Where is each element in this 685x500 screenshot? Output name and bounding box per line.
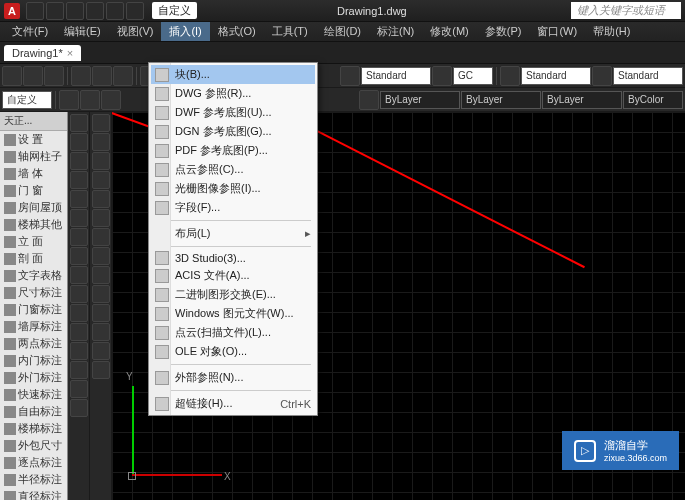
palette-item[interactable]: 墙 体 — [0, 165, 67, 182]
point-icon[interactable] — [70, 285, 88, 303]
palette-item[interactable]: 门 窗 — [0, 182, 67, 199]
palette-item[interactable]: 轴网柱子 — [0, 148, 67, 165]
tb-copy-icon[interactable] — [92, 66, 112, 86]
menu-view[interactable]: 视图(V) — [109, 22, 162, 41]
palette-item[interactable]: 半径标注 — [0, 471, 67, 488]
mleader-dropdown[interactable]: Standard — [613, 67, 683, 85]
menu-edit[interactable]: 编辑(E) — [56, 22, 109, 41]
tablestyle-dropdown[interactable]: Standard — [521, 67, 591, 85]
qat-undo-icon[interactable] — [86, 2, 104, 20]
palette-item[interactable]: 快速标注 — [0, 386, 67, 403]
ray-icon[interactable] — [70, 399, 88, 417]
menu-dimension[interactable]: 标注(N) — [369, 22, 422, 41]
palette-item[interactable]: 墙厚标注 — [0, 318, 67, 335]
palette-item[interactable]: 自由标注 — [0, 403, 67, 420]
tb-b-icon[interactable] — [80, 90, 100, 110]
menu-item[interactable]: 字段(F)... — [151, 198, 315, 217]
stretch-icon[interactable] — [92, 361, 110, 379]
rect-icon[interactable] — [70, 190, 88, 208]
rotate-icon[interactable] — [92, 152, 110, 170]
offset-icon[interactable] — [92, 209, 110, 227]
tb-layer-icon[interactable] — [359, 90, 379, 110]
spline-icon[interactable] — [70, 361, 88, 379]
tab-close-icon[interactable]: × — [67, 47, 73, 59]
polygon-icon[interactable] — [70, 209, 88, 227]
menu-format[interactable]: 格式(O) — [210, 22, 264, 41]
erase-icon[interactable] — [92, 323, 110, 341]
menu-item[interactable]: PDF 参考底图(P)... — [151, 141, 315, 160]
menu-tools[interactable]: 工具(T) — [264, 22, 316, 41]
palette-item[interactable]: 立 面 — [0, 233, 67, 250]
tb-c-icon[interactable] — [101, 90, 121, 110]
color-dropdown[interactable]: ByLayer — [461, 91, 541, 109]
palette-item[interactable]: 内门标注 — [0, 352, 67, 369]
palette-item[interactable]: 设 置 — [0, 131, 67, 148]
menu-file[interactable]: 文件(F) — [4, 22, 56, 41]
pline-icon[interactable] — [70, 133, 88, 151]
menu-window[interactable]: 窗口(W) — [529, 22, 585, 41]
menu-insert[interactable]: 插入(I) — [161, 22, 209, 41]
palette-item[interactable]: 剖 面 — [0, 250, 67, 267]
trim-icon[interactable] — [92, 228, 110, 246]
palette-item[interactable]: 直径标注 — [0, 488, 67, 500]
menu-item[interactable]: DGN 参考底图(G)... — [151, 122, 315, 141]
extend-icon[interactable] — [92, 247, 110, 265]
region-icon[interactable] — [70, 342, 88, 360]
menu-item[interactable]: DWG 参照(R)... — [151, 84, 315, 103]
tb-open-icon[interactable] — [23, 66, 43, 86]
tb-save-icon[interactable] — [44, 66, 64, 86]
menu-item[interactable]: 光栅图像参照(I)... — [151, 179, 315, 198]
text-icon[interactable] — [70, 266, 88, 284]
workspace-label[interactable]: 自定义 — [152, 2, 197, 19]
palette-item[interactable]: 房间屋顶 — [0, 199, 67, 216]
tab-drawing1[interactable]: Drawing1* × — [4, 45, 81, 61]
palette-item[interactable]: 逐点标注 — [0, 454, 67, 471]
tb-mleader-icon[interactable] — [592, 66, 612, 86]
qat-redo-icon[interactable] — [106, 2, 124, 20]
menu-item[interactable]: 点云参照(C)... — [151, 160, 315, 179]
chamfer-icon[interactable] — [92, 285, 110, 303]
palette-item[interactable]: 外包尺寸 — [0, 437, 67, 454]
menu-item[interactable]: 3D Studio(3)... — [151, 250, 315, 266]
tb-paste-icon[interactable] — [113, 66, 133, 86]
dim-dropdown[interactable]: GC — [453, 67, 493, 85]
menu-item[interactable]: 块(B)... — [151, 65, 315, 84]
menu-help[interactable]: 帮助(H) — [585, 22, 638, 41]
block-icon[interactable] — [70, 304, 88, 322]
palette-item[interactable]: 楼梯其他 — [0, 216, 67, 233]
tb-table-icon[interactable] — [500, 66, 520, 86]
palette-item[interactable]: 尺寸标注 — [0, 284, 67, 301]
linetype-dropdown[interactable]: ByLayer — [542, 91, 622, 109]
fillet-icon[interactable] — [92, 266, 110, 284]
menu-item[interactable]: Windows 图元文件(W)... — [151, 304, 315, 323]
copy2-icon[interactable] — [92, 133, 110, 151]
menu-item[interactable]: ACIS 文件(A)... — [151, 266, 315, 285]
menu-parametric[interactable]: 参数(P) — [477, 22, 530, 41]
tb-new-icon[interactable] — [2, 66, 22, 86]
menu-item[interactable]: DWF 参考底图(U)... — [151, 103, 315, 122]
qat-save-icon[interactable] — [66, 2, 84, 20]
search-input[interactable]: 键入关键字或短语 — [571, 2, 681, 19]
plotstyle-dropdown[interactable]: ByColor — [623, 91, 683, 109]
move-icon[interactable] — [92, 114, 110, 132]
menu-item[interactable]: 外部参照(N)... — [151, 368, 315, 387]
qat-plot-icon[interactable] — [126, 2, 144, 20]
circle-icon[interactable] — [70, 152, 88, 170]
textstyle-dropdown[interactable]: Standard — [361, 67, 431, 85]
array-icon[interactable] — [92, 304, 110, 322]
tb-cut-icon[interactable] — [71, 66, 91, 86]
mirror-icon[interactable] — [92, 190, 110, 208]
qat-open-icon[interactable] — [46, 2, 64, 20]
arc-icon[interactable] — [70, 171, 88, 189]
workspace-dd[interactable]: 自定义 — [2, 91, 52, 109]
qat-new-icon[interactable] — [26, 2, 44, 20]
hatch-icon[interactable] — [70, 247, 88, 265]
palette-item[interactable]: 楼梯标注 — [0, 420, 67, 437]
app-logo[interactable]: A — [4, 3, 20, 19]
explode-icon[interactable] — [92, 342, 110, 360]
palette-item[interactable]: 门窗标注 — [0, 301, 67, 318]
menu-item[interactable]: 超链接(H)...Ctrl+K — [151, 394, 315, 413]
tb-dimstyle-icon[interactable] — [432, 66, 452, 86]
menu-item[interactable]: 点云(扫描文件)(L)... — [151, 323, 315, 342]
menu-item[interactable]: OLE 对象(O)... — [151, 342, 315, 361]
